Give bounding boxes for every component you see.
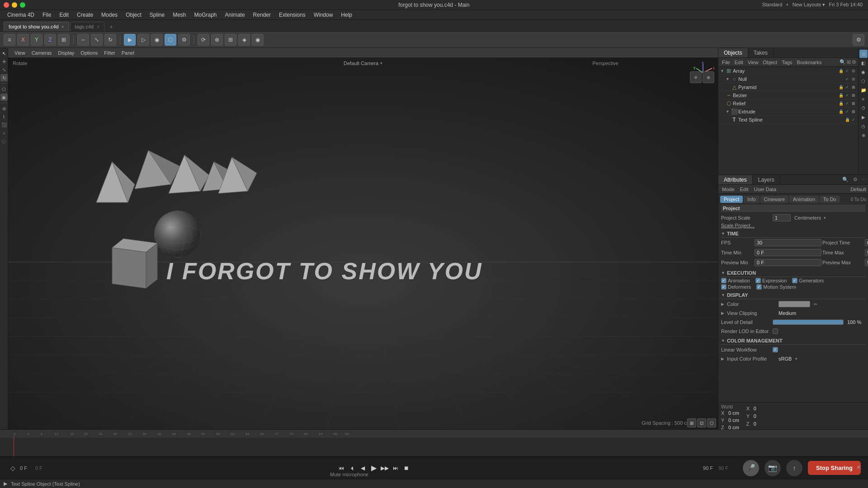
toolbar-snap-btn[interactable]: ⊕ <box>211 34 223 46</box>
tab-close-main[interactable]: × <box>61 24 64 29</box>
menu-extensions[interactable]: Extensions <box>275 11 309 19</box>
objects-tab[interactable]: Objects <box>718 48 748 57</box>
fr-render-queue[interactable]: ◷ <box>859 122 868 130</box>
obj-array-item[interactable]: ▼ ⊞ Array 🔒 ✓ ⊞ <box>718 67 858 75</box>
fr-scene-btn[interactable]: ⬡ <box>859 77 868 85</box>
vp-options-btn[interactable]: Options <box>78 49 100 56</box>
toolbar-coord-btn[interactable]: ⊞ <box>58 34 70 46</box>
toolbar-render-btn[interactable]: ▷ <box>137 34 149 46</box>
menu-create[interactable]: Create <box>73 11 97 19</box>
viewport-nav-pan[interactable]: ✛ <box>690 71 702 83</box>
obj-settings-icon[interactable]: ⚙ <box>852 59 856 65</box>
toolbar-editor-render-btn[interactable]: ⬡ <box>165 34 176 46</box>
vp-display-btn[interactable]: Display <box>55 49 77 56</box>
obj-file-btn[interactable]: File <box>720 59 732 66</box>
vp-cameras-btn[interactable]: Cameras <box>29 49 55 56</box>
pb-next-frame[interactable]: ⏭ <box>391 463 401 473</box>
gen-check[interactable]: ✓ <box>792 278 797 283</box>
ts-check-vis[interactable]: ✓ <box>851 117 856 122</box>
sidebar-loop-icon[interactable]: ○ <box>0 129 8 136</box>
bez-check-vis[interactable]: ✓ <box>844 93 850 98</box>
toolbar-workplane-btn[interactable]: ◈ <box>238 34 250 46</box>
toolbar-render-settings-btn[interactable]: ⚙ <box>178 34 190 46</box>
display-toggle[interactable]: ▼ <box>721 293 725 297</box>
obj-filter-icon[interactable]: ⊞ <box>847 59 851 65</box>
vc-expand[interactable]: ▶ <box>721 311 724 315</box>
fps-input[interactable] <box>755 239 821 246</box>
menu-object[interactable]: Object <box>122 11 145 19</box>
sidebar-scale-icon[interactable]: ⤡ <box>0 66 8 73</box>
attr-mode-btn[interactable]: Mode <box>720 186 736 192</box>
timemax-input[interactable] <box>865 249 868 256</box>
vp-panel-btn[interactable]: Panel <box>119 49 137 56</box>
menu-help[interactable]: Help <box>337 11 356 19</box>
sidebar-paint-icon[interactable]: ◉ <box>0 94 8 101</box>
anim-check[interactable]: ✓ <box>721 278 726 283</box>
fr-materials-btn[interactable]: ◉ <box>859 68 868 76</box>
previewmin-input[interactable] <box>755 259 821 266</box>
viewport-ctrl-1[interactable]: ⊞ <box>687 418 696 427</box>
timeline-marker-btn[interactable]: ◇ <box>7 463 18 474</box>
timemin-input[interactable] <box>755 249 821 256</box>
attr-more-icon[interactable]: ⋯ <box>859 177 868 183</box>
attr-settings-icon[interactable]: ⚙ <box>851 177 859 183</box>
layout-menu-btn[interactable]: New Layouts ▾ <box>793 2 826 8</box>
toolbar-scale-btn[interactable]: ⤡ <box>91 34 103 46</box>
colormgmt-toggle[interactable]: ▼ <box>721 338 725 343</box>
menu-render[interactable]: Render <box>250 11 274 19</box>
toolbar-grid-btn[interactable]: ⊞ <box>225 34 236 46</box>
menu-window[interactable]: Window <box>310 11 337 19</box>
menu-mograph[interactable]: MoGraph <box>191 11 221 19</box>
null-expand[interactable]: ▼ <box>726 77 730 81</box>
obj-view-btn[interactable]: View <box>746 59 760 66</box>
ext-check-vis[interactable]: ✓ <box>844 109 850 114</box>
sidebar-move-icon[interactable]: ✛ <box>0 58 8 65</box>
fr-content-browser[interactable]: 📁 <box>859 86 868 94</box>
toolbar-reset-btn[interactable]: ⟳ <box>198 34 209 46</box>
sidebar-select-icon[interactable]: ↖ <box>0 50 8 57</box>
minimize-button[interactable] <box>12 2 17 8</box>
fr-layers-btn[interactable]: ◧ <box>859 59 868 67</box>
color-expand[interactable]: ▶ <box>721 302 724 306</box>
menu-spline[interactable]: Spline <box>146 11 168 19</box>
menu-cinema4d[interactable]: Cinema 4D <box>4 11 38 19</box>
icp-expand[interactable]: ▶ <box>721 357 724 361</box>
fr-motion-btn[interactable]: ▶ <box>859 113 868 121</box>
menu-modes[interactable]: Modes <box>98 11 121 19</box>
previewmax-input[interactable] <box>865 259 868 266</box>
viewport[interactable]: I FORGOT TO SHOW YOU Rotate Perspective … <box>8 58 718 429</box>
lod-slider[interactable] <box>773 319 844 325</box>
takes-tab[interactable]: Takes <box>748 48 774 57</box>
color-swatch[interactable] <box>778 301 810 307</box>
rel-check-vis[interactable]: ✓ <box>844 101 850 106</box>
attr-edit-btn[interactable]: Edit <box>738 186 750 192</box>
attr-subtab-info[interactable]: Info <box>744 196 759 203</box>
video-btn[interactable]: 📷 <box>764 460 781 476</box>
stop-sharing-btn[interactable]: Stop Sharing <box>808 461 861 475</box>
null-check-vis[interactable]: ✓ <box>844 76 850 82</box>
viewport-nav-zoom[interactable]: ⊕ <box>703 71 714 83</box>
pb-next-key[interactable]: ▶▶ <box>380 463 390 473</box>
arr-check-vis[interactable]: ✓ <box>844 68 850 74</box>
arr-check-render[interactable]: ⊞ <box>851 68 856 74</box>
toolbar-move-btn[interactable]: ↔ <box>77 34 89 46</box>
obj-object-btn[interactable]: Object <box>761 59 779 66</box>
toolbar-z-btn[interactable]: Z <box>44 34 56 46</box>
obj-pyramid-item[interactable]: △ Pyramid 🔒 ✓ ⊞ <box>718 83 858 91</box>
render-lod-check[interactable] <box>773 328 778 334</box>
toolbar-render-to-pic-btn[interactable]: ◉ <box>151 34 163 46</box>
pb-goto-end[interactable]: ⏹ <box>401 463 411 473</box>
attr-layers-tab[interactable]: Layers <box>753 175 780 184</box>
mute-mic-btn[interactable]: 🎤 <box>743 460 759 476</box>
sidebar-bridge-icon[interactable]: ⌇ <box>0 113 8 120</box>
def-check[interactable]: ✓ <box>721 284 726 290</box>
time-toggle[interactable]: ▼ <box>721 231 725 236</box>
menu-file[interactable]: File <box>39 11 55 19</box>
obj-search-icon[interactable]: 🔍 <box>840 59 846 65</box>
arr-expand[interactable]: ▼ <box>720 69 725 73</box>
scale-project-btn[interactable]: Scale Project... <box>721 223 755 228</box>
toolbar-y-btn[interactable]: Y <box>31 34 42 46</box>
attr-attributes-tab[interactable]: Attributes <box>718 175 753 184</box>
sidebar-extrude-icon[interactable]: ⬛ <box>0 121 8 128</box>
menu-mesh[interactable]: Mesh <box>169 11 189 19</box>
